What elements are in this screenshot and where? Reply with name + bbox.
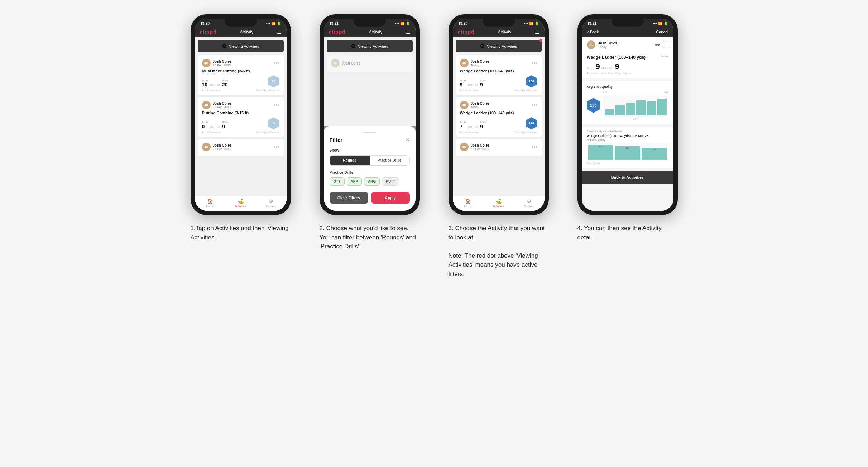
apply-btn[interactable]: Apply [371, 192, 410, 204]
card-1-3[interactable]: JC Josh Coles 28 Feb 2023 ••• [198, 139, 284, 156]
shots-val-1-1: 20 [222, 82, 229, 87]
avatar-1-1: JC [202, 59, 211, 67]
close-btn[interactable]: ✕ [405, 137, 410, 143]
chart-130-label: 130 [664, 91, 668, 93]
user-info-3-3: Josh Coles 28 Feb 2023 [471, 143, 490, 151]
hamburger-1[interactable]: ☰ [277, 29, 282, 35]
battery-icon: 🔋 [277, 22, 281, 25]
card-1-1[interactable]: JC Josh Coles 28 Feb 2023 ••• Must Make … [198, 55, 284, 95]
scores-row-1-1: Score 10 OUT OF Shots 20 75 [202, 75, 279, 87]
notch-3 [483, 19, 515, 27]
user-date-3-2: Today [471, 105, 490, 109]
back-btn[interactable]: < Back [587, 30, 599, 34]
expand-icon[interactable]: ⛶ [663, 42, 668, 48]
score-val-3-2: 7 [460, 124, 466, 129]
detail-score-label: Score [587, 67, 594, 70]
rounds-toggle[interactable]: Rounds [330, 156, 370, 165]
detail-title-block: JC Josh Coles Today [587, 40, 617, 49]
cards-area-1: JC Josh Coles 28 Feb 2023 ••• Must Make … [195, 55, 287, 196]
signal-icon-2: ▪▪▪ [395, 22, 399, 25]
bar-1 [605, 109, 614, 115]
viewing-banner-3[interactable]: ⚙ Viewing Activities [456, 40, 542, 52]
status-icons-4: ▪▪▪ 📶 🔋 [653, 22, 668, 25]
phone-4: 13:21 ▪▪▪ 📶 🔋 < Back Cancel [577, 14, 678, 215]
avatar-4: JC [587, 40, 595, 49]
red-dot-3 [539, 39, 542, 42]
footer-right-1-1: Data: Clippd Capture [256, 89, 279, 91]
wifi-icon-4: 📶 [658, 22, 662, 25]
card-3-2[interactable]: JC Josh Coles Today ••• Wedge Ladder (10… [456, 97, 542, 137]
dots-menu-3-2[interactable]: ••• [532, 102, 537, 108]
nav-activities-1[interactable]: ⛳ Activities [225, 198, 256, 208]
nav-capture-1[interactable]: ⊕ Capture [256, 198, 286, 208]
footer-right-1-2: Data: Clippd Capture [256, 131, 279, 133]
user-date-1-2: 28 Feb 2023 [213, 105, 232, 109]
score-lbl-3-2: Score [460, 121, 466, 124]
phone-1: 13:20 ▪▪▪ 📶 🔋 clippd Activity ☰ ⚙ [191, 14, 291, 215]
card-header-3-2: JC Josh Coles Today ••• [460, 101, 537, 109]
nav-home-3[interactable]: 🏠 Home [453, 198, 483, 208]
drill-name-1-2: Putting Combine (3-15 ft) [202, 111, 279, 115]
bar-2 [615, 105, 625, 115]
chart-labels: APP [603, 118, 668, 120]
dots-menu-1-3[interactable]: ••• [274, 144, 279, 150]
home-icon-3: 🏠 [465, 198, 471, 204]
sub-avg-label: Avg Shot Quality [587, 139, 668, 141]
shots-val-3-1: 9 [480, 82, 486, 87]
back-to-activities[interactable]: Back to Activities [582, 171, 673, 184]
scores-row-3-1: Score 9 OUT OF Shots 9 130 [460, 75, 537, 87]
nav-home-label-3: Home [464, 205, 471, 208]
shots-lbl-3-1: Shots [480, 79, 486, 82]
drill-name-3-1: Wedge Ladder (100–140 yds) [460, 69, 537, 73]
battery-icon-2: 🔋 [406, 22, 410, 25]
detail-header: < Back Cancel [582, 27, 673, 37]
detail-score-section: Wedge Ladder (100–140 yds) Score 9 OUT O… [582, 51, 673, 78]
card-1-2[interactable]: JC Josh Coles 28 Feb 2023 ••• Putting Co… [198, 97, 284, 137]
out-of-1-1: OUT OF [210, 83, 221, 87]
clear-filters-btn[interactable]: Clear Filters [330, 192, 368, 204]
card-user-1-2: JC Josh Coles 28 Feb 2023 [202, 101, 232, 109]
hamburger-2[interactable]: ☰ [406, 29, 411, 35]
detail-shots-val: 9 [615, 62, 619, 71]
footer-right-3-1: Data: Clippd Capture [514, 89, 537, 91]
chip-putt[interactable]: PUTT [382, 177, 399, 186]
card-3-3[interactable]: JC Josh Coles 28 Feb 2023 ••• [456, 139, 542, 156]
bottom-nav-3: 🏠 Home ⛳ Activities ⊕ Capture [453, 196, 545, 211]
card-3-1[interactable]: JC Josh Coles Today ••• Wedge Ladder (10… [456, 55, 542, 95]
viewing-banner-1[interactable]: ⚙ Viewing Activities [198, 40, 284, 52]
footer-left-3-2: Test Information [460, 131, 478, 133]
card-header-3-3: JC Josh Coles 28 Feb 2023 ••• [460, 143, 537, 151]
user-name-3-3: Josh Coles [471, 143, 490, 147]
card-footer-3-1: Test Information Data: Clippd Capture [460, 89, 537, 91]
nav-capture-label-1: Capture [266, 205, 276, 208]
avatar-3-2: JC [460, 101, 469, 109]
nav-home-1[interactable]: 🏠 Home [195, 198, 225, 208]
score-val-3-1: 9 [460, 82, 466, 87]
dots-menu-3-1[interactable]: ••• [532, 60, 537, 66]
dots-menu-1-1[interactable]: ••• [274, 60, 279, 66]
chip-arg[interactable]: ARG [364, 177, 380, 186]
nav-activities-3[interactable]: ⛳ Activities [483, 198, 514, 208]
chip-ott[interactable]: OTT [330, 177, 345, 186]
chip-app[interactable]: APP [347, 177, 362, 186]
viewing-banner-2[interactable]: ⚙ Viewing Activities [327, 40, 413, 52]
practice-toggle[interactable]: Practice Drills [370, 156, 409, 165]
filter-icon-1: ⚙ [222, 43, 227, 49]
signal-icon: ▪▪▪ [266, 22, 270, 25]
cancel-btn[interactable]: Cancel [656, 30, 668, 34]
user-name-1-2: Josh Coles [213, 101, 232, 105]
edit-icon[interactable]: ✏ [655, 42, 660, 48]
dots-menu-3-3[interactable]: ••• [532, 144, 537, 150]
shots-lbl-3-2: Shots [480, 121, 486, 124]
modal-actions: Clear Filters Apply [330, 192, 410, 204]
detail-quality-section: Avg Shot Quality 130 100 130 [582, 81, 673, 124]
modal-handle [363, 132, 376, 133]
banner-text-2: Viewing Activities [358, 44, 388, 48]
dots-menu-1-2[interactable]: ••• [274, 102, 279, 108]
nav-bar-3: clippd Activity ☰ [453, 27, 545, 37]
hamburger-3[interactable]: ☰ [535, 29, 539, 35]
nav-capture-3[interactable]: ⊕ Capture [514, 198, 544, 208]
phone-inner-3: 13:20 ▪▪▪ 📶 🔋 clippd Activity ☰ ⚙ Viewi [453, 19, 545, 211]
user-info-1-3: Josh Coles 28 Feb 2023 [213, 143, 232, 151]
phone-2: 13:21 ▪▪▪ 📶 🔋 clippd Activity ☰ ⚙ Viewi [320, 14, 420, 215]
